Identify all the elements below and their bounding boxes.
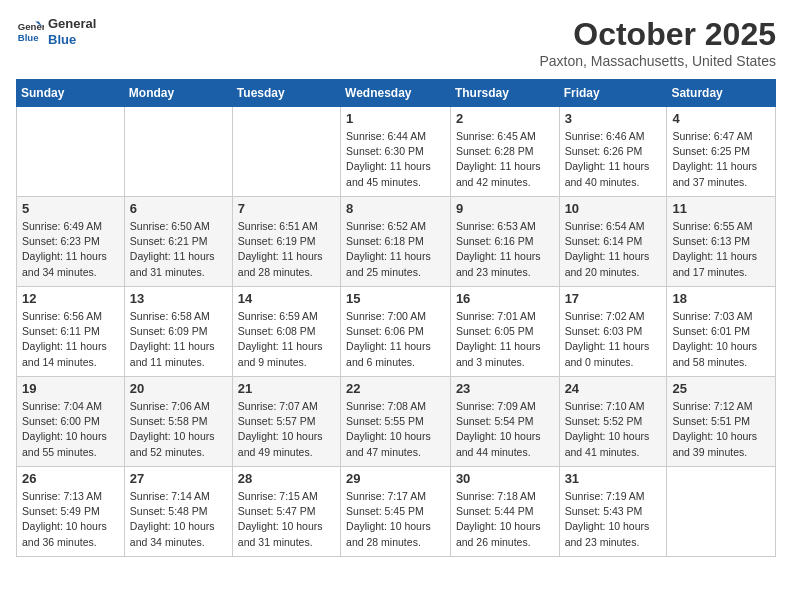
day-number: 4 (672, 111, 770, 126)
day-number: 20 (130, 381, 227, 396)
day-number: 23 (456, 381, 554, 396)
calendar-cell: 21Sunrise: 7:07 AM Sunset: 5:57 PM Dayli… (232, 377, 340, 467)
weekday-header-friday: Friday (559, 80, 667, 107)
calendar-cell: 14Sunrise: 6:59 AM Sunset: 6:08 PM Dayli… (232, 287, 340, 377)
day-info: Sunrise: 7:08 AM Sunset: 5:55 PM Dayligh… (346, 399, 445, 460)
logo: General Blue General Blue (16, 16, 96, 47)
day-info: Sunrise: 7:18 AM Sunset: 5:44 PM Dayligh… (456, 489, 554, 550)
day-info: Sunrise: 7:00 AM Sunset: 6:06 PM Dayligh… (346, 309, 445, 370)
weekday-header-sunday: Sunday (17, 80, 125, 107)
day-number: 17 (565, 291, 662, 306)
day-number: 7 (238, 201, 335, 216)
calendar-cell (124, 107, 232, 197)
day-info: Sunrise: 6:50 AM Sunset: 6:21 PM Dayligh… (130, 219, 227, 280)
day-number: 14 (238, 291, 335, 306)
day-number: 24 (565, 381, 662, 396)
calendar-cell: 8Sunrise: 6:52 AM Sunset: 6:18 PM Daylig… (341, 197, 451, 287)
calendar-week-row: 5Sunrise: 6:49 AM Sunset: 6:23 PM Daylig… (17, 197, 776, 287)
day-info: Sunrise: 7:01 AM Sunset: 6:05 PM Dayligh… (456, 309, 554, 370)
calendar-cell: 27Sunrise: 7:14 AM Sunset: 5:48 PM Dayli… (124, 467, 232, 557)
calendar-cell: 22Sunrise: 7:08 AM Sunset: 5:55 PM Dayli… (341, 377, 451, 467)
day-number: 2 (456, 111, 554, 126)
day-info: Sunrise: 6:52 AM Sunset: 6:18 PM Dayligh… (346, 219, 445, 280)
weekday-header-monday: Monday (124, 80, 232, 107)
calendar-cell: 17Sunrise: 7:02 AM Sunset: 6:03 PM Dayli… (559, 287, 667, 377)
calendar-cell: 15Sunrise: 7:00 AM Sunset: 6:06 PM Dayli… (341, 287, 451, 377)
day-number: 6 (130, 201, 227, 216)
weekday-header-saturday: Saturday (667, 80, 776, 107)
day-info: Sunrise: 6:54 AM Sunset: 6:14 PM Dayligh… (565, 219, 662, 280)
day-info: Sunrise: 6:51 AM Sunset: 6:19 PM Dayligh… (238, 219, 335, 280)
day-info: Sunrise: 6:55 AM Sunset: 6:13 PM Dayligh… (672, 219, 770, 280)
calendar-week-row: 19Sunrise: 7:04 AM Sunset: 6:00 PM Dayli… (17, 377, 776, 467)
day-number: 8 (346, 201, 445, 216)
day-info: Sunrise: 7:03 AM Sunset: 6:01 PM Dayligh… (672, 309, 770, 370)
calendar-cell: 5Sunrise: 6:49 AM Sunset: 6:23 PM Daylig… (17, 197, 125, 287)
day-number: 19 (22, 381, 119, 396)
calendar-cell: 26Sunrise: 7:13 AM Sunset: 5:49 PM Dayli… (17, 467, 125, 557)
day-number: 13 (130, 291, 227, 306)
logo-general: General (48, 16, 96, 32)
calendar-cell: 13Sunrise: 6:58 AM Sunset: 6:09 PM Dayli… (124, 287, 232, 377)
day-info: Sunrise: 6:46 AM Sunset: 6:26 PM Dayligh… (565, 129, 662, 190)
logo-blue: Blue (48, 32, 96, 48)
calendar-cell: 12Sunrise: 6:56 AM Sunset: 6:11 PM Dayli… (17, 287, 125, 377)
calendar-cell: 18Sunrise: 7:03 AM Sunset: 6:01 PM Dayli… (667, 287, 776, 377)
day-number: 31 (565, 471, 662, 486)
calendar-cell: 6Sunrise: 6:50 AM Sunset: 6:21 PM Daylig… (124, 197, 232, 287)
calendar-cell: 28Sunrise: 7:15 AM Sunset: 5:47 PM Dayli… (232, 467, 340, 557)
calendar-week-row: 12Sunrise: 6:56 AM Sunset: 6:11 PM Dayli… (17, 287, 776, 377)
calendar-cell: 30Sunrise: 7:18 AM Sunset: 5:44 PM Dayli… (450, 467, 559, 557)
weekday-header-row: SundayMondayTuesdayWednesdayThursdayFrid… (17, 80, 776, 107)
day-info: Sunrise: 7:06 AM Sunset: 5:58 PM Dayligh… (130, 399, 227, 460)
day-number: 12 (22, 291, 119, 306)
calendar-cell: 3Sunrise: 6:46 AM Sunset: 6:26 PM Daylig… (559, 107, 667, 197)
calendar-cell: 20Sunrise: 7:06 AM Sunset: 5:58 PM Dayli… (124, 377, 232, 467)
title-block: October 2025 Paxton, Massachusetts, Unit… (539, 16, 776, 69)
svg-text:General: General (18, 21, 44, 32)
day-number: 18 (672, 291, 770, 306)
day-number: 27 (130, 471, 227, 486)
day-number: 15 (346, 291, 445, 306)
day-info: Sunrise: 7:10 AM Sunset: 5:52 PM Dayligh… (565, 399, 662, 460)
calendar-cell: 9Sunrise: 6:53 AM Sunset: 6:16 PM Daylig… (450, 197, 559, 287)
day-info: Sunrise: 6:56 AM Sunset: 6:11 PM Dayligh… (22, 309, 119, 370)
calendar-cell: 2Sunrise: 6:45 AM Sunset: 6:28 PM Daylig… (450, 107, 559, 197)
day-info: Sunrise: 7:13 AM Sunset: 5:49 PM Dayligh… (22, 489, 119, 550)
day-info: Sunrise: 7:12 AM Sunset: 5:51 PM Dayligh… (672, 399, 770, 460)
day-info: Sunrise: 6:59 AM Sunset: 6:08 PM Dayligh… (238, 309, 335, 370)
location-subtitle: Paxton, Massachusetts, United States (539, 53, 776, 69)
calendar-cell: 7Sunrise: 6:51 AM Sunset: 6:19 PM Daylig… (232, 197, 340, 287)
calendar-cell: 1Sunrise: 6:44 AM Sunset: 6:30 PM Daylig… (341, 107, 451, 197)
calendar-cell (17, 107, 125, 197)
day-info: Sunrise: 6:47 AM Sunset: 6:25 PM Dayligh… (672, 129, 770, 190)
page-header: General Blue General Blue October 2025 P… (16, 16, 776, 69)
day-number: 10 (565, 201, 662, 216)
day-number: 21 (238, 381, 335, 396)
logo-icon: General Blue (16, 18, 44, 46)
day-number: 22 (346, 381, 445, 396)
month-title: October 2025 (539, 16, 776, 53)
day-number: 1 (346, 111, 445, 126)
calendar-cell: 4Sunrise: 6:47 AM Sunset: 6:25 PM Daylig… (667, 107, 776, 197)
calendar-cell: 24Sunrise: 7:10 AM Sunset: 5:52 PM Dayli… (559, 377, 667, 467)
calendar-table: SundayMondayTuesdayWednesdayThursdayFrid… (16, 79, 776, 557)
day-info: Sunrise: 7:17 AM Sunset: 5:45 PM Dayligh… (346, 489, 445, 550)
day-number: 9 (456, 201, 554, 216)
day-number: 26 (22, 471, 119, 486)
weekday-header-wednesday: Wednesday (341, 80, 451, 107)
svg-text:Blue: Blue (18, 31, 39, 42)
day-number: 30 (456, 471, 554, 486)
day-info: Sunrise: 6:49 AM Sunset: 6:23 PM Dayligh… (22, 219, 119, 280)
day-number: 11 (672, 201, 770, 216)
day-info: Sunrise: 6:45 AM Sunset: 6:28 PM Dayligh… (456, 129, 554, 190)
calendar-cell: 31Sunrise: 7:19 AM Sunset: 5:43 PM Dayli… (559, 467, 667, 557)
day-number: 29 (346, 471, 445, 486)
day-number: 5 (22, 201, 119, 216)
calendar-cell: 19Sunrise: 7:04 AM Sunset: 6:00 PM Dayli… (17, 377, 125, 467)
day-info: Sunrise: 6:44 AM Sunset: 6:30 PM Dayligh… (346, 129, 445, 190)
calendar-cell: 11Sunrise: 6:55 AM Sunset: 6:13 PM Dayli… (667, 197, 776, 287)
day-info: Sunrise: 7:09 AM Sunset: 5:54 PM Dayligh… (456, 399, 554, 460)
calendar-cell: 29Sunrise: 7:17 AM Sunset: 5:45 PM Dayli… (341, 467, 451, 557)
weekday-header-thursday: Thursday (450, 80, 559, 107)
